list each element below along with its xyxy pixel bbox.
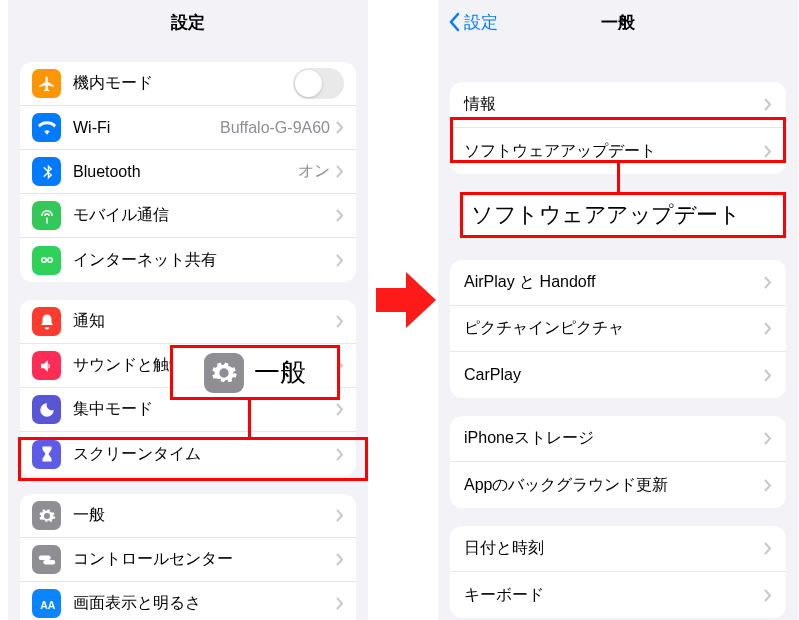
airplay-label: AirPlay と Handoff <box>464 272 764 293</box>
storage-row[interactable]: iPhoneストレージ <box>450 416 786 462</box>
chevron-icon <box>336 254 344 267</box>
hourglass-icon <box>32 440 61 469</box>
bluetooth-icon <box>32 157 61 186</box>
bgrefresh-label: Appのバックグラウンド更新 <box>464 475 764 496</box>
chevron-icon <box>764 322 772 335</box>
chevron-icon <box>336 209 344 222</box>
speaker-icon <box>32 351 61 380</box>
chevron-icon <box>764 479 772 492</box>
chevron-icon <box>764 369 772 382</box>
update-callout-text: ソフトウェアアップデート <box>471 200 740 230</box>
cellular-label: モバイル通信 <box>73 205 336 226</box>
bell-icon <box>32 307 61 336</box>
update-callout: ソフトウェアアップデート <box>460 192 786 238</box>
general-callout-text: 一般 <box>254 355 306 390</box>
bgrefresh-row[interactable]: Appのバックグラウンド更新 <box>450 462 786 508</box>
display-label: 画面表示と明るさ <box>73 593 336 614</box>
airplane-mode-row[interactable]: 機内モード <box>20 62 356 106</box>
hotspot-icon <box>32 246 61 275</box>
region-group: 日付と時刻 キーボード <box>450 526 786 618</box>
datetime-label: 日付と時刻 <box>464 538 764 559</box>
text-size-icon: AA <box>32 589 61 618</box>
moon-icon <box>32 395 61 424</box>
storage-group: iPhoneストレージ Appのバックグラウンド更新 <box>450 416 786 508</box>
chevron-icon <box>336 165 344 178</box>
chevron-icon <box>336 121 344 134</box>
bluetooth-label: Bluetooth <box>73 163 298 181</box>
airplane-label: 機内モード <box>73 73 293 94</box>
wifi-value: Buffalo-G-9A60 <box>220 119 330 137</box>
gear-icon <box>204 353 244 393</box>
general-screen: 設定 一般 情報 ソフトウェアアップデート AirPlay と Handoff … <box>438 0 798 620</box>
pip-row[interactable]: ピクチャインピクチャ <box>450 306 786 352</box>
settings-header: 設定 <box>8 0 368 44</box>
info-row[interactable]: 情報 <box>450 82 786 128</box>
notifications-row[interactable]: 通知 <box>20 300 356 344</box>
keyboard-label: キーボード <box>464 585 764 606</box>
pip-label: ピクチャインピクチャ <box>464 318 764 339</box>
bluetooth-value: オン <box>298 161 330 182</box>
settings-screen: 設定 機内モード Wi-Fi Buffalo-G-9A60 Bluetooth … <box>8 0 368 620</box>
wifi-row[interactable]: Wi-Fi Buffalo-G-9A60 <box>20 106 356 150</box>
chevron-icon <box>336 403 344 416</box>
chevron-icon <box>764 589 772 602</box>
carplay-row[interactable]: CarPlay <box>450 352 786 398</box>
chevron-icon <box>336 509 344 522</box>
settings-title: 設定 <box>171 11 205 34</box>
connector-line <box>248 400 251 438</box>
control-label: コントロールセンター <box>73 549 336 570</box>
connectivity-group: 機内モード Wi-Fi Buffalo-G-9A60 Bluetooth オン … <box>20 62 356 282</box>
screentime-label: スクリーンタイム <box>73 444 336 465</box>
info-group: 情報 ソフトウェアアップデート <box>450 82 786 174</box>
control-center-row[interactable]: コントロールセンター <box>20 538 356 582</box>
general-callout: 一般 <box>170 345 340 400</box>
display-row[interactable]: AA 画面表示と明るさ <box>20 582 356 620</box>
navigation-arrow-icon <box>376 268 436 336</box>
switches-icon <box>32 545 61 574</box>
screentime-row[interactable]: スクリーンタイム <box>20 432 356 476</box>
general-title: 一般 <box>601 11 635 34</box>
hotspot-row[interactable]: インターネット共有 <box>20 238 356 282</box>
keyboard-row[interactable]: キーボード <box>450 572 786 618</box>
media-group: AirPlay と Handoff ピクチャインピクチャ CarPlay <box>450 260 786 398</box>
hotspot-label: インターネット共有 <box>73 250 336 271</box>
connector-line <box>617 163 620 193</box>
general-header: 設定 一般 <box>438 0 798 44</box>
software-update-label: ソフトウェアアップデート <box>464 141 764 162</box>
chevron-icon <box>336 315 344 328</box>
general-label: 一般 <box>73 505 336 526</box>
cellular-row[interactable]: モバイル通信 <box>20 194 356 238</box>
airplane-icon <box>32 69 61 98</box>
antenna-icon <box>32 201 61 230</box>
wifi-icon <box>32 113 61 142</box>
back-label: 設定 <box>464 11 498 34</box>
chevron-icon <box>336 597 344 610</box>
chevron-icon <box>764 98 772 111</box>
info-label: 情報 <box>464 94 764 115</box>
chevron-icon <box>336 448 344 461</box>
gear-icon <box>32 501 61 530</box>
system-group: 一般 コントロールセンター AA 画面表示と明るさ ホーム画面 アクセシビリティ <box>20 494 356 620</box>
chevron-icon <box>764 276 772 289</box>
carplay-label: CarPlay <box>464 366 764 384</box>
wifi-label: Wi-Fi <box>73 119 220 137</box>
chevron-icon <box>336 553 344 566</box>
notifications-label: 通知 <box>73 311 336 332</box>
storage-label: iPhoneストレージ <box>464 428 764 449</box>
bluetooth-row[interactable]: Bluetooth オン <box>20 150 356 194</box>
chevron-icon <box>764 145 772 158</box>
focus-label: 集中モード <box>73 399 336 420</box>
general-row[interactable]: 一般 <box>20 494 356 538</box>
chevron-icon <box>764 542 772 555</box>
back-button[interactable]: 設定 <box>448 11 498 34</box>
airplane-toggle[interactable] <box>293 68 344 99</box>
svg-text:AA: AA <box>40 598 56 610</box>
datetime-row[interactable]: 日付と時刻 <box>450 526 786 572</box>
airplay-row[interactable]: AirPlay と Handoff <box>450 260 786 306</box>
chevron-icon <box>764 432 772 445</box>
